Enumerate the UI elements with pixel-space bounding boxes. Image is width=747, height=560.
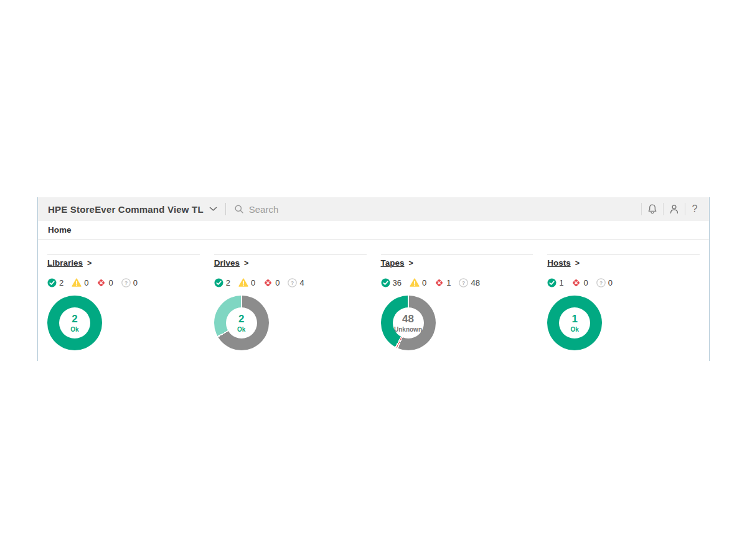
status-critical: 0 — [96, 278, 113, 287]
search-input[interactable] — [249, 204, 386, 215]
status-count: 0 — [275, 278, 280, 287]
tapes-link[interactable]: Tapes — [381, 258, 405, 268]
donut-value: 1 — [572, 314, 578, 324]
status-count: 0 — [422, 278, 426, 287]
account-button[interactable] — [664, 198, 685, 220]
breadcrumb-bar: Home — [38, 221, 709, 240]
tapes-status-row: 3601?48 — [381, 278, 533, 287]
status-count: 0 — [583, 278, 588, 287]
svg-text:?: ? — [291, 279, 294, 286]
donut-value: 2 — [238, 314, 244, 324]
status-count: 36 — [393, 278, 402, 287]
donut-center: 2 Ok — [59, 307, 90, 338]
status-count: 1 — [446, 278, 451, 287]
status-count: 0 — [133, 278, 138, 287]
hosts-status-row: 10?0 — [547, 278, 700, 287]
panel-libraries: Libraries > 200?0 2 Ok — [47, 254, 200, 350]
ok-icon — [547, 278, 557, 287]
donut-center: 48 Unknown — [393, 307, 424, 338]
help-button[interactable]: ? — [685, 198, 704, 220]
person-icon — [669, 203, 680, 215]
critical-icon — [435, 278, 444, 287]
chevron-right-icon: > — [409, 259, 413, 268]
status-count: 0 — [608, 278, 613, 287]
status-unknown: ?0 — [596, 278, 613, 287]
chevron-right-icon: > — [244, 259, 248, 268]
unknown-icon: ? — [459, 278, 468, 287]
status-unknown: ?0 — [121, 278, 138, 287]
app-title-dropdown[interactable]: HPE StoreEver Command View TL — [48, 204, 204, 215]
status-count: 0 — [108, 278, 113, 287]
panel-drives: Drives > 200?4 2 Ok — [214, 254, 367, 350]
tapes-donut-chart: 48 Unknown — [381, 296, 436, 350]
status-count: 0 — [251, 278, 255, 287]
status-count: 2 — [59, 278, 63, 287]
ok-icon — [214, 278, 223, 287]
divider — [225, 203, 226, 215]
unknown-icon: ? — [288, 278, 297, 287]
ok-icon — [381, 278, 390, 287]
status-critical: 0 — [263, 278, 280, 287]
status-unknown: ?48 — [459, 278, 479, 287]
status-count: 1 — [559, 278, 563, 287]
chevron-right-icon: > — [87, 259, 92, 268]
hosts-link[interactable]: Hosts — [547, 258, 571, 268]
donut-status-label: Ok — [237, 326, 245, 333]
panel-hosts: Hosts > 10?0 1 Ok — [547, 254, 700, 350]
status-critical: 0 — [571, 278, 588, 287]
donut-center: 2 Ok — [226, 307, 257, 338]
notifications-button[interactable] — [642, 198, 663, 220]
status-unknown: ?4 — [288, 278, 304, 287]
status-count: 2 — [226, 278, 230, 287]
topbar-actions: ? — [641, 198, 704, 220]
critical-icon — [571, 278, 581, 287]
chevron-right-icon: > — [575, 259, 580, 268]
libraries-link[interactable]: Libraries — [47, 258, 83, 268]
chevron-down-icon[interactable] — [209, 207, 217, 212]
hosts-donut-chart: 1 Ok — [547, 296, 602, 350]
warning-icon — [410, 278, 420, 287]
drives-status-row: 200?4 — [214, 278, 367, 287]
ok-icon — [47, 278, 57, 287]
panel-tapes: Tapes > 3601?48 48 Unknown — [381, 254, 533, 350]
status-count: 48 — [471, 278, 479, 287]
donut-status-label: Ok — [571, 326, 579, 333]
search-icon — [234, 204, 244, 214]
dashboard-content: Libraries > 200?0 2 Ok Drives > 200?4 — [38, 254, 709, 350]
donut-center: 1 Ok — [559, 307, 590, 338]
status-ok: 1 — [547, 278, 563, 287]
status-ok: 2 — [214, 278, 230, 287]
donut-value: 48 — [402, 314, 414, 324]
donut-value: 2 — [72, 314, 77, 324]
breadcrumb-home[interactable]: Home — [48, 225, 72, 235]
status-count: 4 — [299, 278, 304, 287]
status-ok: 2 — [47, 278, 63, 287]
status-warning: 0 — [238, 278, 255, 287]
search-box[interactable] — [234, 204, 386, 215]
svg-text:?: ? — [125, 279, 128, 286]
svg-text:?: ? — [462, 279, 465, 286]
donut-status-label: Ok — [70, 326, 78, 333]
warning-icon — [238, 278, 248, 287]
donut-status-label: Unknown — [394, 326, 422, 333]
bell-icon — [647, 203, 658, 215]
status-count: 0 — [84, 278, 88, 287]
status-ok: 36 — [381, 278, 402, 287]
command-view-window: HPE StoreEver Command View TL — [37, 197, 710, 361]
help-icon: ? — [692, 203, 698, 215]
libraries-status-row: 200?0 — [47, 278, 200, 287]
critical-icon — [96, 278, 106, 287]
status-warning: 0 — [410, 278, 426, 287]
top-bar: HPE StoreEver Command View TL — [38, 197, 709, 221]
status-warning: 0 — [72, 278, 88, 287]
panels-grid: Libraries > 200?0 2 Ok Drives > 200?4 — [47, 254, 700, 350]
status-critical: 1 — [435, 278, 451, 287]
drives-donut-chart: 2 Ok — [214, 296, 269, 350]
critical-icon — [263, 278, 273, 287]
libraries-donut-chart: 2 Ok — [47, 296, 102, 350]
unknown-icon: ? — [121, 278, 131, 287]
unknown-icon: ? — [596, 278, 606, 287]
warning-icon — [72, 278, 82, 287]
svg-text:?: ? — [599, 279, 603, 286]
drives-link[interactable]: Drives — [214, 258, 240, 268]
